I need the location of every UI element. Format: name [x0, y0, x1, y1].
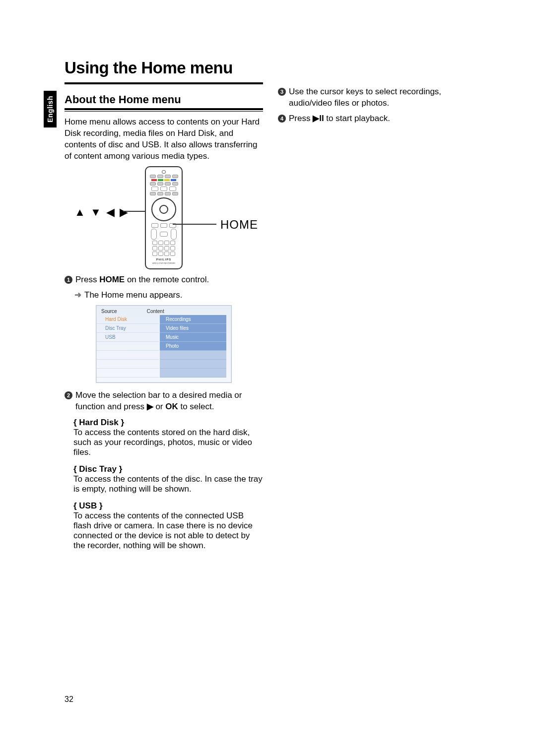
- step-2: 2 Move the selection bar to a desired me…: [65, 390, 263, 413]
- option-usb: { USB } To access the contents of the co…: [73, 501, 263, 551]
- menu-source-item: USB: [96, 333, 159, 342]
- step-2-text-c: to select.: [178, 402, 214, 411]
- step-2-key2: OK: [165, 402, 178, 411]
- title-rule: [65, 82, 263, 84]
- step-1-result: ➜ The Home menu appears.: [74, 290, 263, 301]
- right-column: 3 Use the cursor keys to select recordin…: [278, 59, 476, 558]
- callout-line-right: [173, 224, 216, 225]
- step-4-text-b: to start playback.: [324, 114, 390, 123]
- menu-content-item: Music: [160, 333, 226, 342]
- result-arrow-icon: ➜: [74, 290, 81, 301]
- remote-figure: ▲ ▼ ◀ ▶ PHILIPS HDD & DVD RECORDER: [65, 166, 263, 270]
- step-badge-3: 3: [278, 88, 286, 96]
- step-badge-1: 1: [65, 276, 72, 284]
- step-2-key1: ▶: [147, 402, 153, 411]
- step-1-text-a: Press: [75, 275, 99, 284]
- manual-page: English Using the Home menu About the Ho…: [0, 0, 536, 756]
- step-1-text-b: on the remote control.: [125, 275, 209, 284]
- menu-source-item: Hard Disk: [96, 315, 159, 324]
- option-usb-desc: To access the contents of the connected …: [73, 511, 263, 551]
- step-1: 1 Press HOME on the remote control.: [65, 274, 263, 286]
- page-number: 32: [65, 695, 73, 704]
- menu-content-item: Photo: [160, 342, 226, 351]
- page-title: Using the Home menu: [65, 59, 263, 77]
- step-4-text-a: Press: [289, 114, 313, 123]
- home-key-label: HOME: [220, 218, 258, 232]
- option-disc-tray: { Disc Tray } To access the contents of …: [73, 464, 263, 494]
- menu-col-content: Content: [147, 309, 164, 314]
- option-disc-tray-desc: To access the contents of the disc. In c…: [73, 474, 263, 494]
- menu-content-item: Video files: [160, 324, 226, 333]
- option-hard-disk-label: { Hard Disk }: [73, 418, 263, 428]
- home-menu-screenshot: Source Content Hard Disk Disc Tray USB .…: [96, 305, 232, 383]
- menu-content-item: Recordings: [160, 315, 226, 324]
- option-hard-disk: { Hard Disk } To access the contents sto…: [73, 418, 263, 457]
- step-4: 4 Press ▶II to start playback.: [278, 113, 476, 125]
- step-1-result-text: The Home menu appears.: [84, 290, 183, 301]
- step-1-key: HOME: [99, 275, 125, 284]
- menu-source-item: Disc Tray: [96, 324, 159, 333]
- step-3: 3 Use the cursor keys to select recordin…: [278, 86, 476, 109]
- menu-col-source: Source: [101, 309, 117, 314]
- option-disc-tray-label: { Disc Tray }: [73, 464, 263, 474]
- language-tab: English: [44, 91, 57, 127]
- cursor-keys-label: ▲ ▼ ◀ ▶: [74, 206, 129, 219]
- option-usb-label: { USB }: [73, 501, 263, 511]
- step-3-text: Use the cursor keys to select recordings…: [289, 86, 476, 109]
- page-content: Using the Home menu About the Home menu …: [65, 59, 476, 558]
- heading-underline: [65, 111, 263, 112]
- remote-illustration: PHILIPS HDD & DVD RECORDER: [145, 166, 183, 269]
- step-badge-4: 4: [278, 115, 286, 123]
- step-4-key: ▶II: [313, 114, 324, 123]
- callout-line-left: [123, 211, 145, 212]
- section-heading: About the Home menu: [65, 93, 263, 110]
- left-column: Using the Home menu About the Home menu …: [65, 59, 263, 558]
- step-2-text-b: or: [153, 402, 166, 411]
- step-badge-2: 2: [65, 391, 72, 399]
- option-hard-disk-desc: To access the contents stored on the har…: [73, 428, 263, 457]
- intro-paragraph: Home menu allows access to contents on y…: [65, 117, 263, 162]
